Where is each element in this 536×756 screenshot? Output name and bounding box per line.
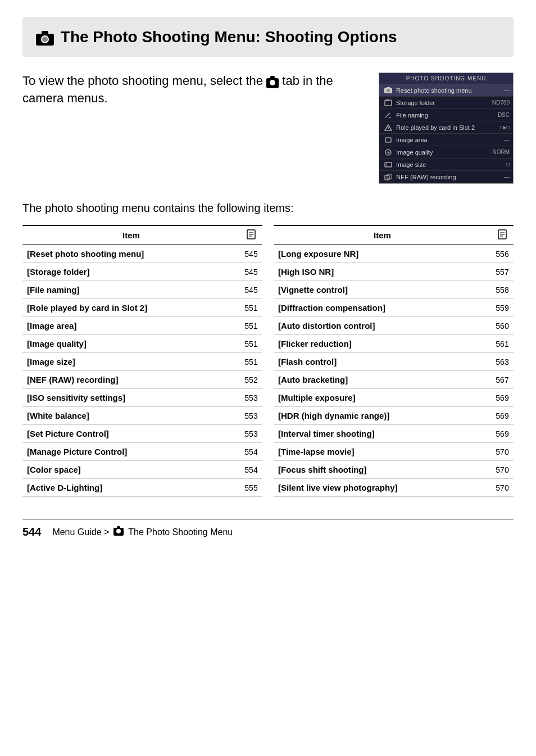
table-cell-page: 551 [240, 335, 262, 353]
table-cell-page: 567 [491, 371, 514, 389]
footer-page-number: 544 [22, 526, 41, 538]
table-row: [Role played by card in Slot 2]551 [22, 299, 262, 317]
svg-rect-5 [387, 87, 390, 89]
table-row: [Color space]554 [22, 461, 262, 479]
table-cell-page: 551 [240, 299, 262, 317]
menu-row-label: Storage folder [394, 99, 487, 106]
menu-row-value: ND780 [487, 99, 510, 106]
table-row: [ISO sensitivity settings]553 [22, 389, 262, 407]
table-cell-item: [Multiple exposure] [274, 389, 491, 407]
menu-row-label: File naming [394, 112, 487, 119]
table-row: [Long exposure NR]556 [274, 245, 514, 263]
table-cell-page: 553 [240, 425, 262, 443]
table-row: [Image size]551 [22, 353, 262, 371]
menu-row-value: □ [487, 161, 510, 168]
table-cell-item: [Time-lapse movie] [274, 443, 491, 461]
menu-row-icon [383, 87, 394, 94]
table-row: [Silent live view photography]570 [274, 479, 514, 497]
table-cell-page: 570 [491, 461, 514, 479]
table-cell-page: 553 [240, 389, 262, 407]
menu-title-bar: PHOTO SHOOTING MENU [379, 73, 513, 84]
table-cell-item: [Silent live view photography] [274, 479, 491, 497]
right-table: Item [Long exposure NR]556[High ISO NR]5… [274, 225, 514, 497]
table-cell-page: 553 [240, 407, 262, 425]
table-cell-page: 569 [491, 407, 514, 425]
table-cell-item: [NEF (RAW) recording] [22, 371, 240, 389]
footer-text: Menu Guide > [52, 527, 109, 537]
menu-row-value: — [487, 174, 510, 180]
table-cell-page: 570 [491, 479, 514, 497]
table-cell-page: 563 [491, 353, 514, 371]
table-cell-item: [Color space] [22, 461, 240, 479]
right-table-header-item: Item [274, 225, 491, 245]
table-row: [Flicker reduction]561 [274, 335, 514, 353]
table-cell-item: [Flash control] [274, 353, 491, 371]
content-table: Item [Reset photo shooting menu]545[Stor… [22, 225, 514, 497]
menu-row-label: Image area [394, 137, 487, 143]
table-cell-page: 560 [491, 317, 514, 335]
table-cell-item: [Active D-Lighting] [22, 479, 240, 497]
page-title: The Photo Shooting Menu: Shooting Option… [36, 27, 397, 47]
menu-row-label: Image size [394, 161, 487, 168]
svg-rect-17 [385, 162, 392, 167]
table-cell-item: [Role played by card in Slot 2] [22, 299, 240, 317]
menu-row: Image size □ [379, 159, 513, 171]
footer-bar: 544 Menu Guide > The Photo Shooting Menu [22, 519, 514, 538]
svg-point-3 [42, 37, 48, 42]
left-table-header-item: Item [22, 225, 240, 245]
section-heading: The photo shooting menu contains the fol… [22, 202, 514, 215]
menu-row: Reset photo shooting menu — [379, 84, 513, 97]
intro-text: To view the photo shooting menu, select … [22, 73, 362, 107]
table-cell-page: 570 [491, 443, 514, 461]
menu-row: Storage folder ND780 [379, 97, 513, 109]
menu-row-icon [383, 149, 394, 156]
table-row: [Reset photo shooting menu]545 [22, 245, 262, 263]
table-cell-item: [Auto distortion control] [274, 317, 491, 335]
menu-row: Image quality NORM [379, 146, 513, 159]
menu-row-label: Image quality [394, 149, 487, 156]
table-cell-item: [Auto bracketing] [274, 371, 491, 389]
table-cell-item: [White balance] [22, 407, 240, 425]
table-cell-item: [Manage Picture Control] [22, 443, 240, 461]
table-row: [Storage folder]545 [22, 263, 262, 281]
intro-section: To view the photo shooting menu, select … [22, 73, 514, 184]
table-cell-page: 554 [240, 461, 262, 479]
table-cell-page: 545 [240, 263, 262, 281]
menu-row-icon [383, 174, 394, 180]
table-row: [Multiple exposure]569 [274, 389, 514, 407]
table-cell-item: [Diffraction compensation] [274, 299, 491, 317]
camera-tab-icon [266, 78, 279, 88]
table-row: [Vignette control]558 [274, 281, 514, 299]
table-row: [Manage Picture Control]554 [22, 443, 262, 461]
menu-row-icon [383, 112, 394, 119]
table-row: [High ISO NR]557 [274, 263, 514, 281]
table-row: [Diffraction compensation]559 [274, 299, 514, 317]
table-row: [Auto distortion control]560 [274, 317, 514, 335]
svg-rect-8 [386, 99, 389, 101]
table-row: [NEF (RAW) recording]552 [22, 371, 262, 389]
menu-row-value: □▸□ [487, 124, 510, 130]
table-cell-item: [Vignette control] [274, 281, 491, 299]
table-cell-page: 569 [491, 389, 514, 407]
table-cell-item: [ISO sensitivity settings] [22, 389, 240, 407]
table-row: [HDR (high dynamic range)]569 [274, 407, 514, 425]
menu-row-icon [383, 99, 394, 106]
left-table: Item [Reset photo shooting menu]545[Stor… [22, 225, 262, 497]
menu-row-label: NEF (RAW) recording [394, 174, 487, 180]
menu-row-icon [383, 161, 394, 168]
table-cell-item: [Image size] [22, 353, 240, 371]
table-cell-page: 556 [491, 245, 514, 263]
title-box: The Photo Shooting Menu: Shooting Option… [22, 17, 514, 57]
menu-row: Image area — [379, 134, 513, 146]
table-cell-page: 545 [240, 245, 262, 263]
table-cell-item: [Storage folder] [22, 263, 240, 281]
table-cell-item: [Set Picture Control] [22, 425, 240, 443]
table-cell-item: [High ISO NR] [274, 263, 491, 281]
page-icon [497, 229, 507, 239]
table-cell-item: [Focus shift shooting] [274, 461, 491, 479]
table-row: [Active D-Lighting]555 [22, 479, 262, 497]
table-cell-page: 545 [240, 281, 262, 299]
table-cell-page: 569 [491, 425, 514, 443]
table-cell-page: 561 [491, 335, 514, 353]
table-cell-item: [Interval timer shooting] [274, 425, 491, 443]
